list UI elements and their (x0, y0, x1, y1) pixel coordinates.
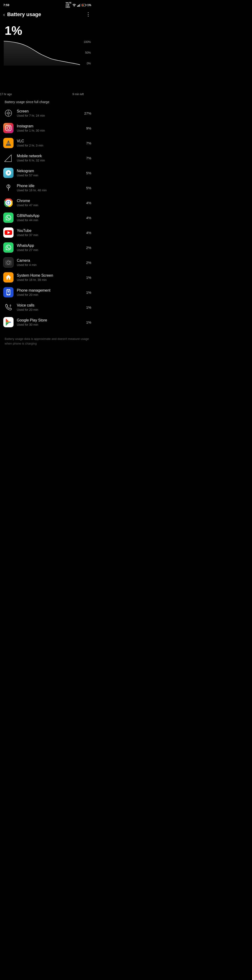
camera-icon (3, 257, 14, 267)
app-usage: Used for 47 min (17, 204, 80, 207)
svg-line-19 (8, 186, 10, 187)
battery-percent: 1% (87, 3, 91, 7)
home-screen-icon (3, 272, 14, 283)
app-percent: 5% (83, 186, 91, 190)
app-usage: Used for 20 min (17, 293, 80, 296)
list-item[interactable]: Instagram Used for 1 hr, 30 min 9% (0, 121, 94, 135)
app-percent: 1% (83, 275, 91, 280)
app-info: Instagram Used for 1 hr, 30 min (17, 124, 80, 132)
vlc-icon (3, 138, 14, 148)
instagram-icon (3, 123, 14, 133)
app-percent: 9% (83, 126, 91, 130)
more-options-button[interactable]: ⋮ (86, 11, 91, 18)
app-battery-list: Screen Used for 7 hr, 24 min 27% Instagr… (0, 106, 94, 334)
list-item[interactable]: WhatsApp Used for 27 min 2% (0, 240, 94, 255)
app-name: Google Play Store (17, 318, 80, 322)
network-type: VoLTE 2.08KB/s (65, 2, 72, 8)
list-item[interactable]: Chrome Used for 47 min 4% (0, 195, 94, 210)
svg-point-35 (10, 261, 11, 262)
app-info: Chrome Used for 47 min (17, 199, 80, 207)
app-info: Screen Used for 7 hr, 24 min (17, 109, 80, 117)
app-percent: 2% (83, 261, 91, 264)
svg-point-9 (10, 126, 11, 127)
app-percent: 7% (83, 141, 91, 145)
battery-icon: ⚡ (82, 4, 86, 6)
svg-point-8 (7, 127, 10, 129)
list-item[interactable]: VLC Used for 2 hr, 3 min 7% (0, 135, 94, 151)
app-name: Phone management (17, 288, 80, 293)
list-item[interactable]: Nekogram Used for 57 min 5% (0, 165, 94, 180)
svg-point-22 (8, 190, 9, 191)
app-usage: Used for 7 hr, 24 min (17, 114, 80, 117)
app-usage: Used for 6 hr, 32 min (17, 159, 80, 162)
list-item[interactable]: Screen Used for 7 hr, 24 min 27% (0, 106, 94, 121)
app-percent: 1% (83, 305, 91, 309)
svg-point-21 (8, 189, 9, 190)
app-name: Screen (17, 109, 80, 113)
back-button[interactable]: ‹ (3, 12, 5, 17)
whatsapp-icon (3, 242, 14, 253)
status-icons: VoLTE 2.08KB/s ⚡ 1% (65, 2, 91, 8)
wifi-icon (72, 4, 76, 6)
app-percent: 4% (83, 201, 91, 205)
app-info: Camera Used for 4 min (17, 258, 80, 267)
gbwhatsapp-icon (3, 213, 14, 223)
svg-line-16 (5, 155, 11, 162)
app-name: Voice calls (17, 303, 80, 307)
app-info: Nekogram Used for 57 min (17, 169, 80, 177)
chrome-icon (3, 197, 14, 208)
app-info: System Home Screen Used for 16 hr, 39 mi… (17, 274, 80, 282)
list-item[interactable]: Phone idle Used for 16 hr, 48 min 5% (0, 180, 94, 195)
nekogram-icon (3, 168, 14, 178)
app-name: System Home Screen (17, 274, 80, 278)
app-name: Camera (17, 258, 80, 262)
list-item[interactable]: System Home Screen Used for 16 hr, 39 mi… (0, 270, 94, 285)
status-bar: 7:59 VoLTE 2.08KB/s ⚡ 1% (0, 0, 94, 9)
app-name: GBWhatsApp (17, 214, 80, 218)
svg-point-20 (8, 188, 9, 188)
app-info: GBWhatsApp Used for 44 min (17, 214, 80, 222)
footer-note: Battery usage data is approximate and do… (0, 334, 94, 353)
time: 7:59 (3, 3, 10, 7)
svg-rect-34 (7, 260, 9, 261)
chart-start-time: 17 hr ago (0, 92, 12, 96)
app-usage: Used for 20 min (17, 308, 80, 312)
app-info: VLC Used for 2 hr, 3 min (17, 139, 80, 147)
app-name: Nekogram (17, 169, 80, 173)
voice-calls-icon (3, 302, 14, 312)
mobile-network-icon (3, 153, 14, 163)
section-header: Battery usage since full charge (0, 96, 94, 106)
app-percent: 4% (83, 231, 91, 235)
app-info: Voice calls Used for 20 min (17, 303, 80, 312)
app-usage: Used for 16 hr, 39 min (17, 278, 80, 282)
battery-chart: 100% 50% 0% (4, 40, 91, 65)
svg-point-25 (7, 202, 10, 204)
play-store-icon (3, 317, 14, 327)
list-item[interactable]: GBWhatsApp Used for 44 min 4% (0, 210, 94, 225)
list-item[interactable]: Phone management Used for 20 min 1% (0, 285, 94, 300)
app-name: VLC (17, 139, 80, 143)
svg-rect-1 (77, 6, 78, 6)
app-info: Mobile network Used for 6 hr, 32 min (17, 154, 80, 162)
svg-point-0 (74, 6, 75, 6)
list-item[interactable]: Google Play Store Used for 30 min 1% (0, 315, 94, 329)
list-item[interactable]: Camera Used for 4 min 2% (0, 255, 94, 270)
phone-idle-icon (3, 183, 14, 193)
chart-time-labels: 17 hr ago 9 min left (0, 92, 94, 96)
list-item[interactable]: Mobile network Used for 6 hr, 32 min 7% (0, 151, 94, 165)
app-percent: 4% (83, 216, 91, 220)
app-usage: Used for 57 min (17, 173, 80, 177)
app-percent: 27% (83, 111, 91, 115)
app-info: Phone management Used for 20 min (17, 288, 80, 296)
app-name: Chrome (17, 199, 80, 203)
app-info: Google Play Store Used for 30 min (17, 318, 80, 326)
app-name: Mobile network (17, 154, 80, 158)
list-item[interactable]: YouTube Used for 37 min 4% (0, 225, 94, 240)
signal-icon (77, 3, 81, 7)
list-item[interactable]: Voice calls Used for 20 min 1% (0, 300, 94, 315)
app-usage: Used for 1 hr, 30 min (17, 129, 80, 132)
svg-rect-3 (79, 4, 80, 6)
app-percent: 5% (83, 171, 91, 175)
svg-point-33 (8, 262, 9, 263)
app-usage: Used for 37 min (17, 233, 80, 237)
